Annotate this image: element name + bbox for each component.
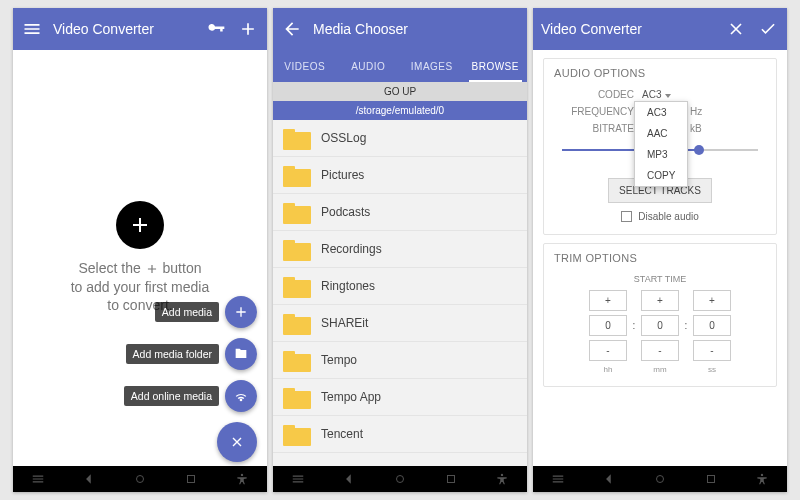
empty-state: Select the button to add your first medi… [13, 50, 267, 466]
current-path: /storage/emulated/0 [273, 101, 527, 120]
svg-point-3 [396, 476, 403, 483]
list-item[interactable]: Tempo App [273, 379, 527, 416]
codec-dropdown: AC3 AAC MP3 COPY [634, 101, 688, 187]
svg-point-0 [136, 476, 143, 483]
mm-minus[interactable]: - [641, 340, 679, 361]
folder-icon [283, 126, 311, 150]
tab-browse[interactable]: BROWSE [464, 50, 528, 82]
disable-audio-label: Disable audio [638, 211, 699, 222]
fab-add-media[interactable] [225, 296, 257, 328]
list-item[interactable]: SHAREit [273, 305, 527, 342]
hh-plus[interactable]: + [589, 290, 627, 311]
mm-value[interactable]: 0 [641, 315, 679, 336]
trim-options-card: TRIM OPTIONS START TIME + + + 0 : 0 : 0 … [543, 243, 777, 387]
codec-option[interactable]: AC3 [635, 102, 687, 123]
phone-3: Video Converter AUDIO OPTIONS CODEC AC3 … [533, 8, 787, 492]
list-item[interactable]: Pictures [273, 157, 527, 194]
fab-label-add-folder: Add media folder [126, 344, 219, 364]
codec-option[interactable]: COPY [635, 165, 687, 186]
nav-bar [273, 466, 527, 492]
list-item[interactable]: Ringtones [273, 268, 527, 305]
back-icon[interactable] [281, 18, 303, 40]
ss-plus[interactable]: + [693, 290, 731, 311]
nav-menu-icon[interactable] [549, 470, 567, 488]
nav-menu-icon[interactable] [29, 470, 47, 488]
codec-option[interactable]: MP3 [635, 144, 687, 165]
list-item[interactable]: OSSLog [273, 120, 527, 157]
ss-minus[interactable]: - [693, 340, 731, 361]
codec-row[interactable]: CODEC AC3 [554, 89, 766, 100]
nav-bar [13, 466, 267, 492]
nav-accessibility-icon[interactable] [753, 470, 771, 488]
app-title: Media Chooser [313, 21, 408, 37]
fab-add-folder[interactable] [225, 338, 257, 370]
audio-options-title: AUDIO OPTIONS [554, 67, 766, 79]
folder-icon [283, 311, 311, 335]
tab-images[interactable]: IMAGES [400, 50, 464, 82]
list-item[interactable]: Podcasts [273, 194, 527, 231]
app-title: Video Converter [541, 21, 642, 37]
svg-rect-1 [187, 476, 194, 483]
ss-value[interactable]: 0 [693, 315, 731, 336]
folder-icon [283, 163, 311, 187]
app-title: Video Converter [53, 21, 154, 37]
folder-icon [283, 274, 311, 298]
phone-1: Video Converter Select the button to add… [13, 8, 267, 492]
nav-accessibility-icon[interactable] [233, 470, 251, 488]
nav-back-icon[interactable] [600, 470, 618, 488]
tab-bar: VIDEOS AUDIO IMAGES BROWSE [273, 50, 527, 82]
fab-label-add-media: Add media [155, 302, 219, 322]
disable-audio-checkbox[interactable] [621, 211, 632, 222]
appbar: Video Converter [13, 8, 267, 50]
svg-point-5 [500, 474, 502, 476]
fab-label-add-online: Add online media [124, 386, 219, 406]
menu-icon[interactable] [21, 18, 43, 40]
nav-menu-icon[interactable] [289, 470, 307, 488]
plus-icon[interactable] [237, 18, 259, 40]
appbar: Video Converter [533, 8, 787, 50]
folder-icon [283, 348, 311, 372]
folder-icon [283, 422, 311, 446]
empty-plus-icon [116, 201, 164, 249]
hh-minus[interactable]: - [589, 340, 627, 361]
tab-audio[interactable]: AUDIO [337, 50, 401, 82]
codec-option[interactable]: AAC [635, 123, 687, 144]
start-time-label: START TIME [554, 274, 766, 284]
svg-point-2 [240, 474, 242, 476]
fab-menu: Add media Add media folder Add online me… [124, 296, 257, 462]
nav-home-icon[interactable] [391, 470, 409, 488]
svg-point-8 [760, 474, 762, 476]
mm-plus[interactable]: + [641, 290, 679, 311]
hh-value[interactable]: 0 [589, 315, 627, 336]
nav-bar [533, 466, 787, 492]
nav-recent-icon[interactable] [442, 470, 460, 488]
nav-back-icon[interactable] [80, 470, 98, 488]
go-up-row[interactable]: GO UP [273, 82, 527, 101]
trim-options-title: TRIM OPTIONS [554, 252, 766, 264]
close-icon[interactable] [725, 18, 747, 40]
nav-back-icon[interactable] [340, 470, 358, 488]
fab-add-online[interactable] [225, 380, 257, 412]
check-icon[interactable] [757, 18, 779, 40]
svg-rect-4 [447, 476, 454, 483]
fab-close[interactable] [217, 422, 257, 462]
svg-rect-7 [707, 476, 714, 483]
list-item[interactable]: Recordings [273, 231, 527, 268]
audio-options-card: AUDIO OPTIONS CODEC AC3 FREQUENCY Hz BIT… [543, 58, 777, 235]
folder-icon [283, 385, 311, 409]
nav-accessibility-icon[interactable] [493, 470, 511, 488]
key-icon[interactable] [205, 18, 227, 40]
list-item[interactable]: Tempo [273, 342, 527, 379]
file-list: OSSLog Pictures Podcasts Recordings Ring… [273, 120, 527, 466]
folder-icon [283, 237, 311, 261]
nav-recent-icon[interactable] [702, 470, 720, 488]
nav-recent-icon[interactable] [182, 470, 200, 488]
folder-icon [283, 200, 311, 224]
phone-2: Media Chooser VIDEOS AUDIO IMAGES BROWSE… [273, 8, 527, 492]
svg-point-6 [656, 476, 663, 483]
list-item[interactable]: Tencent [273, 416, 527, 453]
tab-videos[interactable]: VIDEOS [273, 50, 337, 82]
appbar: Media Chooser [273, 8, 527, 50]
nav-home-icon[interactable] [651, 470, 669, 488]
nav-home-icon[interactable] [131, 470, 149, 488]
